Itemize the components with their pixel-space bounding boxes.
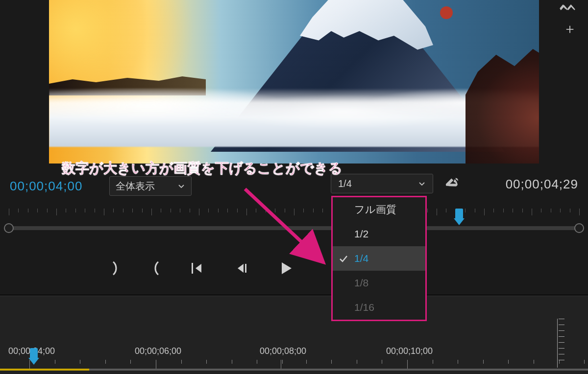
timeline-label: 00;00;06;00 [135, 346, 181, 356]
work-area-end-handle[interactable] [574, 223, 584, 233]
timeline-ruler[interactable] [0, 360, 588, 370]
chevron-down-icon [177, 182, 185, 190]
timeline-label: 00;00;10;00 [386, 346, 433, 356]
resolution-dropdown[interactable]: 1/4 [331, 174, 433, 193]
timecode-duration: 00;00;04;29 [506, 177, 578, 192]
svg-rect-0 [192, 263, 193, 274]
play-button[interactable] [279, 261, 294, 276]
chevron-down-icon [418, 180, 426, 187]
display-mode-dropdown[interactable]: 全体表示 [109, 176, 192, 196]
display-mode-value: 全体表示 [116, 180, 155, 193]
preview-playhead[interactable] [454, 218, 465, 229]
resolution-value: 1/4 [338, 178, 352, 189]
settings-button[interactable] [443, 175, 460, 193]
timeline-label: 00;00;08;00 [260, 346, 306, 356]
step-back-button[interactable] [235, 262, 249, 275]
mark-in-button[interactable] [110, 261, 121, 276]
svg-line-2 [245, 189, 323, 262]
timeline-inactive-region [89, 369, 588, 371]
timeline-panel: 00;00;04;0000;00;06;0000;00;08;0000;00;1… [0, 296, 588, 374]
resolution-menu: フル画質1/21/41/81/16 [331, 196, 427, 321]
annotation-text: 数字が大きい方が画質を下げることができる [62, 159, 343, 178]
timeline-time-labels: 00;00;04;0000;00;06;0000;00;08;0000;00;1… [0, 346, 588, 357]
more-tools-button[interactable] [559, 3, 577, 15]
resolution-option[interactable]: フル画質 [333, 197, 425, 222]
add-button[interactable]: ＋ [563, 20, 577, 38]
timeline-active-region [0, 369, 89, 371]
work-area-start-handle[interactable] [4, 223, 14, 233]
preview-ruler[interactable] [9, 209, 579, 215]
check-icon [339, 254, 348, 266]
resolution-option[interactable]: 1/4 [333, 246, 425, 271]
timeline-playhead[interactable] [28, 358, 39, 369]
work-area-bar[interactable] [9, 226, 579, 230]
audio-meter [554, 319, 564, 368]
transport-controls [0, 255, 588, 282]
resolution-option[interactable]: 1/2 [333, 222, 425, 246]
go-to-in-button[interactable] [191, 262, 205, 275]
resolution-option: 1/16 [333, 295, 425, 320]
timecode-current[interactable]: 00;00;04;00 [10, 179, 82, 194]
svg-rect-1 [245, 264, 246, 273]
preview-monitor[interactable] [49, 0, 539, 164]
resolution-option: 1/8 [333, 271, 425, 295]
mark-out-button[interactable] [150, 261, 161, 276]
record-button[interactable] [440, 6, 453, 19]
